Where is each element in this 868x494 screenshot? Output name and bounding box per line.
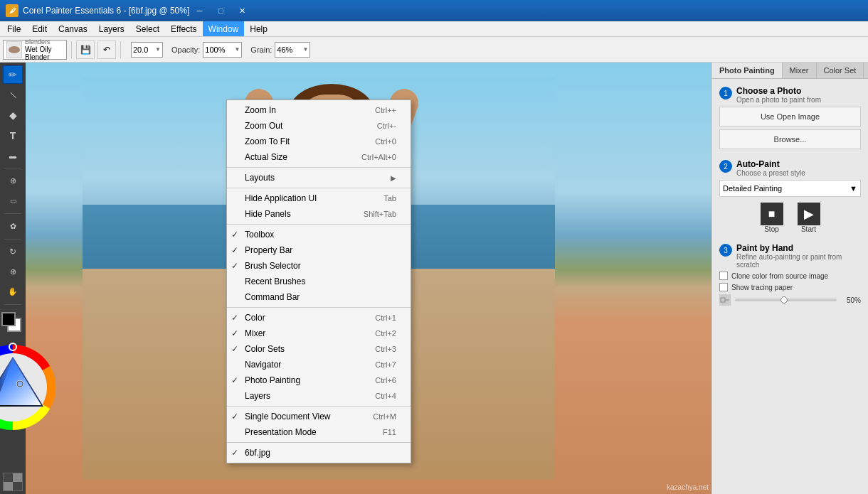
menu-layers[interactable]: Layers Ctrl+4 bbox=[227, 388, 411, 404]
brush-name: Wet Oily Blender bbox=[25, 45, 63, 61]
minimize-button[interactable]: ─ bbox=[189, 4, 209, 18]
maximize-button[interactable]: □ bbox=[211, 4, 231, 18]
pattern-swatch[interactable] bbox=[3, 473, 23, 491]
menu-actual-size[interactable]: Actual Size Ctrl+Alt+0 bbox=[227, 149, 411, 165]
browse-button[interactable]: Browse... bbox=[719, 129, 861, 149]
clone-color-checkbox[interactable] bbox=[719, 272, 728, 280]
tab-color-set[interactable]: Color Set bbox=[817, 63, 864, 78]
menu-navigator[interactable]: Navigator Ctrl+7 bbox=[227, 357, 411, 372]
clone-color-checkbox-row: Clone color from source image bbox=[719, 272, 861, 280]
menu-bar: File Edit Canvas Layers Select Effects W… bbox=[0, 21, 868, 37]
menu-zoom-in[interactable]: Zoom In Ctrl++ bbox=[227, 102, 411, 118]
opacity-slider[interactable] bbox=[735, 299, 837, 301]
menu-toolbox[interactable]: ✓ Toolbox bbox=[227, 227, 411, 242]
menu-zoom-out[interactable]: Zoom Out Ctrl+- bbox=[227, 118, 411, 134]
menu-property-bar[interactable]: ✓ Property Bar bbox=[227, 242, 411, 258]
size-input[interactable]: 20.0 ▼ bbox=[131, 42, 163, 58]
brush-category: Blenders bbox=[25, 38, 63, 45]
step1-num: 1 bbox=[719, 87, 732, 100]
menu-color[interactable]: ✓ Color Ctrl+1 bbox=[227, 310, 411, 326]
svg-point-0 bbox=[9, 46, 20, 53]
style-dropdown[interactable]: Detailed Painting ▼ bbox=[719, 180, 861, 197]
menu-command-bar[interactable]: Command Bar bbox=[227, 289, 411, 305]
color-swatches bbox=[0, 311, 26, 344]
foreground-color-swatch[interactable] bbox=[1, 312, 16, 326]
use-open-image-button[interactable]: Use Open Image bbox=[719, 107, 861, 127]
right-panel: Photo Painting Mixer Color Set 1 Choose … bbox=[711, 63, 868, 494]
tool-magnify[interactable]: ⊕ bbox=[3, 262, 23, 281]
stop-label: Stop bbox=[761, 225, 783, 233]
menu-layers[interactable]: Layers bbox=[93, 21, 130, 36]
menu-effects[interactable]: Effects bbox=[165, 21, 202, 36]
window-controls: ─ □ ✕ bbox=[189, 4, 252, 18]
tracing-paper-checkbox[interactable] bbox=[719, 283, 728, 291]
grain-input[interactable]: 46% ▼ bbox=[275, 42, 310, 58]
app-icon: 🖌 bbox=[6, 4, 18, 17]
menu-mixer[interactable]: ✓ Mixer Ctrl+2 bbox=[227, 326, 411, 341]
tab-photo-painting[interactable]: Photo Painting bbox=[712, 63, 783, 78]
tool-paint-bucket[interactable]: ◆ bbox=[3, 106, 23, 124]
tool-divider-3 bbox=[4, 239, 21, 240]
brush-preview[interactable]: Blenders Wet Oily Blender bbox=[3, 40, 67, 60]
title-bar: 🖌 Corel Painter Essentials 6 - [6bf.jpg … bbox=[0, 0, 868, 21]
menu-hide-panels[interactable]: Hide Panels Shift+Tab bbox=[227, 206, 411, 222]
menu-presentation[interactable]: Presentation Mode F11 bbox=[227, 424, 411, 440]
tool-divider-2 bbox=[4, 213, 21, 214]
step1-subtitle: Open a photo to paint from bbox=[736, 96, 821, 104]
grain-label: Grain: bbox=[250, 45, 272, 54]
step2-header: 2 Auto-Paint Choose a preset style bbox=[719, 159, 861, 177]
tool-hand[interactable]: ✋ bbox=[3, 282, 23, 301]
menu-zoom-fit[interactable]: Zoom To Fit Ctrl+0 bbox=[227, 134, 411, 149]
menu-sep-2 bbox=[227, 188, 411, 188]
start-control: ▶ Start bbox=[798, 203, 820, 233]
step2-title: Auto-Paint bbox=[736, 159, 805, 169]
step3-title: Paint by Hand bbox=[736, 243, 861, 253]
toolbox: ✏ | ◆ T ▬ ⊕ ▭ ✿ ↻ ⊕ ✋ bbox=[0, 63, 26, 494]
stop-button[interactable]: ■ bbox=[761, 203, 783, 225]
step2-subtitle: Choose a preset style bbox=[736, 169, 805, 177]
menu-brush-selector[interactable]: ✓ Brush Selector bbox=[227, 258, 411, 274]
menu-help[interactable]: Help bbox=[244, 21, 273, 36]
slider-icon bbox=[719, 294, 731, 306]
tool-pencil[interactable]: | bbox=[0, 81, 26, 109]
menu-6bf[interactable]: ✓ 6bf.jpg bbox=[227, 445, 411, 461]
menu-single-doc[interactable]: ✓ Single Document View Ctrl+M bbox=[227, 409, 411, 424]
undo-button[interactable]: ↶ bbox=[97, 41, 116, 59]
tool-transform[interactable]: ⊕ bbox=[3, 171, 23, 190]
menu-select[interactable]: Select bbox=[130, 21, 165, 36]
step1-title: Choose a Photo bbox=[736, 86, 821, 96]
menu-layouts[interactable]: Layouts ▶ bbox=[227, 170, 411, 186]
tool-text[interactable]: T bbox=[3, 126, 23, 144]
tracing-paper-checkbox-row: Show tracing paper bbox=[719, 283, 861, 291]
menu-sep-3 bbox=[227, 224, 411, 225]
menu-hide-ui[interactable]: Hide Application UI Tab bbox=[227, 190, 411, 206]
tool-rotate[interactable]: ↻ bbox=[3, 242, 23, 260]
step2-section: 2 Auto-Paint Choose a preset style Detai… bbox=[719, 159, 861, 233]
close-button[interactable]: ✕ bbox=[232, 4, 252, 18]
auto-paint-controls: ■ Stop ▶ Start bbox=[719, 203, 861, 233]
tool-divider-4 bbox=[4, 304, 21, 305]
start-label: Start bbox=[798, 225, 820, 233]
menu-window[interactable]: Window bbox=[203, 21, 245, 36]
save-button[interactable]: 💾 bbox=[76, 41, 95, 59]
canvas-area: Zoom In Ctrl++ Zoom Out Ctrl+- Zoom To F… bbox=[26, 63, 711, 494]
step1-section: 1 Choose a Photo Open a photo to paint f… bbox=[719, 86, 861, 149]
tool-clone[interactable]: ✿ bbox=[3, 217, 23, 235]
menu-recent-brushes[interactable]: Recent Brushes bbox=[227, 274, 411, 289]
menu-file[interactable]: File bbox=[1, 21, 26, 36]
svg-rect-13 bbox=[721, 298, 725, 302]
menu-photo-painting[interactable]: ✓ Photo Painting Ctrl+6 bbox=[227, 372, 411, 388]
opacity-slider-row: 50% bbox=[719, 294, 861, 306]
tool-selection[interactable]: ▭ bbox=[3, 192, 23, 210]
color-wheel-svg[interactable] bbox=[0, 341, 59, 434]
tab-mixer[interactable]: Mixer bbox=[783, 63, 817, 78]
menu-canvas[interactable]: Canvas bbox=[53, 21, 93, 36]
start-button[interactable]: ▶ bbox=[798, 203, 820, 225]
opacity-input[interactable]: 100% ▼ bbox=[203, 42, 242, 58]
menu-color-sets[interactable]: ✓ Color Sets Ctrl+3 bbox=[227, 341, 411, 357]
step3-subtitle: Refine auto-painting or paint from scrat… bbox=[736, 253, 861, 269]
slider-value: 50% bbox=[841, 296, 861, 304]
brush-icon bbox=[6, 41, 22, 58]
tool-eraser[interactable]: ▬ bbox=[3, 146, 23, 165]
menu-edit[interactable]: Edit bbox=[26, 21, 53, 36]
